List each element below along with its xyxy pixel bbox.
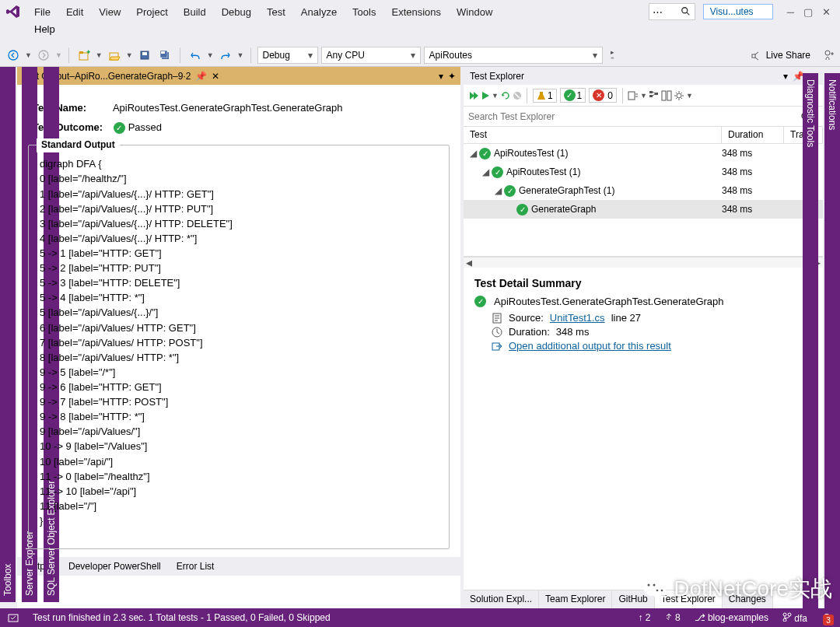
forward-button[interactable] [35,47,52,64]
summary-full-name: ApiRoutesTest.GenerateGraphTest.Generate… [494,296,724,307]
menu-view[interactable]: View [91,2,128,23]
menu-build[interactable]: Build [176,2,214,23]
stdout-line: 10 [label="/api/"] [40,454,438,469]
tab-plus-icon[interactable]: ✦ [448,71,456,82]
stdout-line: 0 [label="/healthz/"] [40,171,438,186]
stdout-line: 9 -> 7 [label="HTTP: POST"] [40,394,438,409]
tab-dev-ps[interactable]: Developer PowerShell [61,558,169,575]
playlist-dd[interactable]: ▼ [640,92,647,100]
playlist-icon[interactable] [628,90,639,101]
notification-count-badge: 3 [823,615,834,625]
back-dd[interactable]: ▼ [25,51,32,59]
menu-help[interactable]: Help [34,23,55,35]
failed-count-badge[interactable]: ✕0 [589,88,617,103]
output-tabs: Output Developer PowerShell Error List [17,557,460,576]
expander-icon[interactable]: ◢ [470,148,479,159]
run-dd[interactable]: ▼ [492,92,499,100]
overflow-icon[interactable]: ▸₌ [611,51,614,59]
tab-solution-explorer[interactable]: Solution Expl... [464,590,539,608]
open-file-icon[interactable] [106,47,123,64]
redo-icon[interactable] [217,47,234,64]
tab-changes[interactable]: Changes [723,590,773,608]
svg-rect-18 [649,95,653,97]
passed-count-badge[interactable]: ✓1 [560,88,586,103]
minimize-icon[interactable]: ─ [787,6,794,18]
svg-point-30 [788,613,791,616]
side-tab-toolbox[interactable]: Toolbox [0,67,16,602]
expander-icon[interactable]: ◢ [495,185,504,196]
tree-row[interactable]: ◢✓ApiRoutesTest (1)348 ms [464,163,823,181]
settings-icon[interactable] [674,90,684,101]
te-dd-icon[interactable]: ▾ [783,71,788,82]
close-tab-icon[interactable]: ✕ [212,71,219,82]
menu-extensions[interactable]: Extensions [383,2,449,23]
new-project-icon[interactable]: ✦ [75,47,93,64]
menu-edit[interactable]: Edit [58,2,91,23]
total-count-badge[interactable]: 1 [533,89,557,103]
undo-dd[interactable]: ▼ [207,51,214,59]
tab-dd-icon[interactable]: ▾ [439,71,443,82]
tab-error-list[interactable]: Error List [169,558,222,575]
te-sep2 [622,88,623,103]
undo-icon[interactable] [187,47,204,64]
repo-name[interactable]: ⎇ blog-examples [695,612,768,623]
tab-github[interactable]: GitHub [612,590,654,608]
run-all-icon[interactable] [468,90,479,101]
menu-analyze[interactable]: Analyze [293,2,345,23]
side-tab-notifications[interactable]: Notifications [824,73,840,608]
te-search-input[interactable] [468,109,800,124]
side-tabs-right: Notifications Diagnostic Tools [823,67,840,608]
open-dd[interactable]: ▼ [126,51,133,59]
stdout-line: 4 [label="/api/Values/{...}/ HTTP: *"] [40,231,438,246]
search-box[interactable]: ⋯ [649,3,695,20]
col-duration[interactable]: Duration [722,127,784,143]
h-scrollbar[interactable]: ◂▸ [464,257,823,268]
source-label: Source: [509,312,544,324]
tree-row[interactable]: ✓GenerateGraph348 ms [464,200,823,219]
expander-icon[interactable]: ◢ [482,166,492,177]
stop-icon[interactable] [513,91,522,100]
stdout-line: 3 [label="/api/Values/{...}/ HTTP: DELET… [40,216,438,231]
run-icon[interactable] [481,91,490,100]
settings-dd[interactable]: ▼ [686,92,693,100]
maximize-icon[interactable]: ▢ [803,6,813,18]
open-output-link[interactable]: Open additional output for this result [509,340,671,352]
menu-test[interactable]: Test [259,2,293,23]
save-icon[interactable] [136,47,153,64]
menu-file[interactable]: File [26,2,58,23]
side-tab-diagnostic[interactable]: Diagnostic Tools [803,73,818,608]
push-icon[interactable]: ↑ 2 [639,612,651,623]
config-dropdown[interactable]: Debug▾ [257,47,318,64]
tree-row[interactable]: ◢✓ApiRoutesTest (1)348 ms [464,144,823,163]
col-test[interactable]: Test [464,127,722,143]
quick-launch[interactable]: Visu...utes [703,4,773,19]
columns-icon[interactable] [661,90,672,101]
menu-window[interactable]: Window [449,2,500,23]
back-button[interactable] [5,47,22,64]
test-explorer-search[interactable]: ▾ [464,107,823,127]
stdout-line: 5 -> 1 [label="HTTP: GET"] [40,246,438,261]
tab-team-explorer[interactable]: Team Explorer [539,590,612,608]
newp-dd[interactable]: ▼ [96,51,103,59]
tree-row[interactable]: ◢✓GenerateGraphTest (1)348 ms [464,181,823,200]
feedback-icon[interactable] [823,49,835,61]
repeat-icon[interactable] [500,90,511,101]
branch-name[interactable]: dfa [782,612,807,624]
menu-debug[interactable]: Debug [214,2,259,23]
tab-test-explorer[interactable]: Test Explorer [655,590,723,608]
status-message: Test run finished in 2.3 sec. 1 Total te… [33,612,331,623]
pin-icon[interactable]: 📌 [195,71,207,82]
save-all-icon[interactable] [156,47,173,64]
live-share-button[interactable]: Live Share [751,50,810,61]
menu-project[interactable]: Project [128,2,175,23]
startup-dropdown[interactable]: ApiRoutes▾ [424,47,603,64]
svg-line-1 [687,12,690,16]
platform-dropdown[interactable]: Any CPU▾ [321,47,421,64]
menu-tools[interactable]: Tools [345,2,383,23]
source-file-link[interactable]: UnitTest1.cs [550,312,605,324]
fwd-dd[interactable]: ▼ [55,51,62,59]
hierarchy-icon[interactable] [649,90,660,101]
pull-icon[interactable]: 8 [665,612,681,623]
redo-dd[interactable]: ▼ [237,51,244,59]
close-icon[interactable]: ✕ [822,6,831,18]
